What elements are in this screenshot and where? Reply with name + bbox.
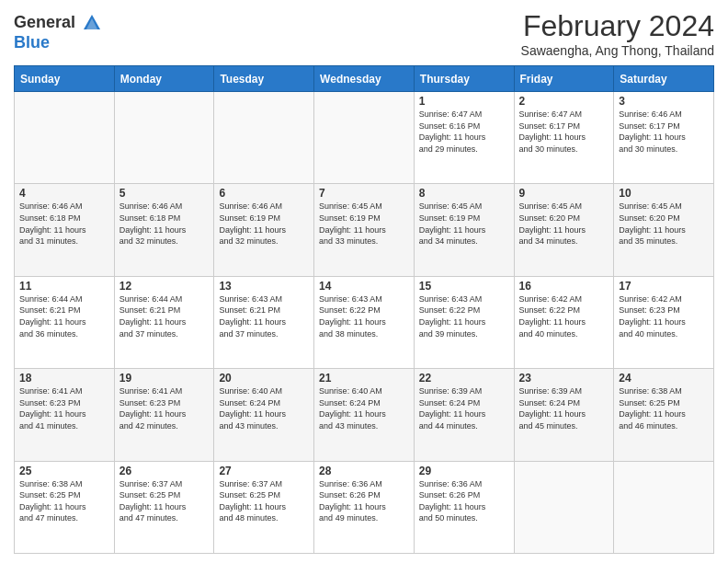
week-row-2: 4Sunrise: 6:46 AM Sunset: 6:18 PM Daylig…	[15, 184, 714, 276]
day-info: Sunrise: 6:45 AM Sunset: 6:19 PM Dayligh…	[419, 201, 509, 247]
page: General Blue February 2024 Sawaengha, An…	[0, 0, 728, 563]
logo-general: General	[14, 13, 75, 31]
day-info: Sunrise: 6:42 AM Sunset: 6:22 PM Dayligh…	[519, 293, 609, 339]
day-cell: 7Sunrise: 6:45 AM Sunset: 6:19 PM Daylig…	[314, 184, 415, 276]
day-cell	[114, 92, 214, 184]
day-info: Sunrise: 6:44 AM Sunset: 6:21 PM Dayligh…	[119, 293, 210, 339]
calendar-table: SundayMondayTuesdayWednesdayThursdayFrid…	[14, 65, 714, 554]
day-info: Sunrise: 6:37 AM Sunset: 6:25 PM Dayligh…	[119, 478, 210, 524]
day-cell: 13Sunrise: 6:43 AM Sunset: 6:21 PM Dayli…	[214, 276, 314, 368]
month-year: February 2024	[521, 9, 714, 43]
day-number: 27	[219, 465, 309, 477]
day-info: Sunrise: 6:36 AM Sunset: 6:26 PM Dayligh…	[419, 478, 509, 524]
day-cell: 26Sunrise: 6:37 AM Sunset: 6:25 PM Dayli…	[114, 461, 214, 553]
day-number: 16	[519, 280, 609, 293]
day-info: Sunrise: 6:45 AM Sunset: 6:19 PM Dayligh…	[319, 201, 409, 247]
day-info: Sunrise: 6:43 AM Sunset: 6:22 PM Dayligh…	[419, 293, 509, 339]
day-info: Sunrise: 6:36 AM Sunset: 6:26 PM Dayligh…	[319, 478, 409, 524]
weekday-header-monday: Monday	[114, 66, 214, 92]
day-number: 9	[519, 187, 609, 200]
day-cell: 25Sunrise: 6:38 AM Sunset: 6:25 PM Dayli…	[15, 461, 115, 553]
weekday-header-sunday: Sunday	[15, 66, 115, 92]
day-number: 25	[19, 465, 109, 477]
day-info: Sunrise: 6:39 AM Sunset: 6:24 PM Dayligh…	[419, 385, 509, 431]
day-cell: 20Sunrise: 6:40 AM Sunset: 6:24 PM Dayli…	[214, 369, 314, 461]
day-number: 21	[319, 372, 409, 385]
day-number: 18	[19, 372, 109, 385]
day-cell: 10Sunrise: 6:45 AM Sunset: 6:20 PM Dayli…	[614, 184, 714, 276]
day-info: Sunrise: 6:45 AM Sunset: 6:20 PM Dayligh…	[519, 201, 609, 247]
day-info: Sunrise: 6:38 AM Sunset: 6:25 PM Dayligh…	[619, 385, 709, 431]
day-info: Sunrise: 6:40 AM Sunset: 6:24 PM Dayligh…	[219, 385, 309, 431]
day-cell: 21Sunrise: 6:40 AM Sunset: 6:24 PM Dayli…	[314, 369, 415, 461]
day-number: 26	[119, 465, 210, 477]
day-number: 12	[119, 280, 210, 293]
day-cell: 11Sunrise: 6:44 AM Sunset: 6:21 PM Dayli…	[15, 276, 115, 368]
day-cell: 18Sunrise: 6:41 AM Sunset: 6:23 PM Dayli…	[15, 369, 115, 461]
day-number: 2	[519, 95, 609, 108]
weekday-header-friday: Friday	[514, 66, 614, 92]
day-cell: 9Sunrise: 6:45 AM Sunset: 6:20 PM Daylig…	[514, 184, 614, 276]
day-number: 17	[619, 280, 709, 293]
day-info: Sunrise: 6:46 AM Sunset: 6:18 PM Dayligh…	[19, 201, 109, 247]
day-cell: 28Sunrise: 6:36 AM Sunset: 6:26 PM Dayli…	[314, 461, 415, 553]
day-info: Sunrise: 6:46 AM Sunset: 6:19 PM Dayligh…	[219, 201, 309, 247]
week-row-4: 18Sunrise: 6:41 AM Sunset: 6:23 PM Dayli…	[15, 369, 714, 461]
day-info: Sunrise: 6:37 AM Sunset: 6:25 PM Dayligh…	[219, 478, 309, 524]
day-number: 8	[419, 187, 509, 200]
day-info: Sunrise: 6:46 AM Sunset: 6:17 PM Dayligh…	[619, 109, 709, 155]
day-cell: 2Sunrise: 6:47 AM Sunset: 6:17 PM Daylig…	[514, 92, 614, 184]
day-number: 15	[419, 280, 509, 293]
day-cell: 5Sunrise: 6:46 AM Sunset: 6:18 PM Daylig…	[114, 184, 214, 276]
day-cell: 4Sunrise: 6:46 AM Sunset: 6:18 PM Daylig…	[15, 184, 115, 276]
logo: General Blue	[14, 13, 102, 52]
day-cell: 3Sunrise: 6:46 AM Sunset: 6:17 PM Daylig…	[614, 92, 714, 184]
day-info: Sunrise: 6:46 AM Sunset: 6:18 PM Dayligh…	[119, 201, 210, 247]
day-number: 11	[19, 280, 109, 293]
header: General Blue February 2024 Sawaengha, An…	[14, 9, 714, 58]
day-info: Sunrise: 6:47 AM Sunset: 6:17 PM Dayligh…	[519, 109, 609, 155]
weekday-header-thursday: Thursday	[414, 66, 514, 92]
day-info: Sunrise: 6:41 AM Sunset: 6:23 PM Dayligh…	[119, 385, 210, 431]
location: Sawaengha, Ang Thong, Thailand	[521, 43, 714, 58]
day-number: 7	[319, 187, 409, 200]
day-cell: 29Sunrise: 6:36 AM Sunset: 6:26 PM Dayli…	[414, 461, 514, 553]
day-cell: 24Sunrise: 6:38 AM Sunset: 6:25 PM Dayli…	[614, 369, 714, 461]
day-cell: 14Sunrise: 6:43 AM Sunset: 6:22 PM Dayli…	[314, 276, 415, 368]
day-cell: 15Sunrise: 6:43 AM Sunset: 6:22 PM Dayli…	[414, 276, 514, 368]
title-block: February 2024 Sawaengha, Ang Thong, Thai…	[521, 9, 714, 58]
day-number: 24	[619, 372, 709, 385]
day-cell: 17Sunrise: 6:42 AM Sunset: 6:23 PM Dayli…	[614, 276, 714, 368]
day-cell	[314, 92, 415, 184]
day-cell	[614, 461, 714, 553]
day-number: 5	[119, 187, 210, 200]
day-number: 22	[419, 372, 509, 385]
day-number: 4	[19, 187, 109, 200]
day-number: 28	[319, 465, 409, 477]
day-cell: 6Sunrise: 6:46 AM Sunset: 6:19 PM Daylig…	[214, 184, 314, 276]
day-cell: 27Sunrise: 6:37 AM Sunset: 6:25 PM Dayli…	[214, 461, 314, 553]
weekday-header-tuesday: Tuesday	[214, 66, 314, 92]
day-info: Sunrise: 6:41 AM Sunset: 6:23 PM Dayligh…	[19, 385, 109, 431]
day-cell: 8Sunrise: 6:45 AM Sunset: 6:19 PM Daylig…	[414, 184, 514, 276]
day-cell	[514, 461, 614, 553]
day-number: 3	[619, 95, 709, 108]
logo-icon	[82, 13, 102, 33]
day-info: Sunrise: 6:40 AM Sunset: 6:24 PM Dayligh…	[319, 385, 409, 431]
week-row-3: 11Sunrise: 6:44 AM Sunset: 6:21 PM Dayli…	[15, 276, 714, 368]
day-cell: 23Sunrise: 6:39 AM Sunset: 6:24 PM Dayli…	[514, 369, 614, 461]
day-number: 13	[219, 280, 309, 293]
weekday-header-wednesday: Wednesday	[314, 66, 415, 92]
weekday-header-saturday: Saturday	[614, 66, 714, 92]
day-cell: 1Sunrise: 6:47 AM Sunset: 6:16 PM Daylig…	[414, 92, 514, 184]
day-cell: 22Sunrise: 6:39 AM Sunset: 6:24 PM Dayli…	[414, 369, 514, 461]
day-cell: 16Sunrise: 6:42 AM Sunset: 6:22 PM Dayli…	[514, 276, 614, 368]
day-number: 29	[419, 465, 509, 477]
day-cell	[214, 92, 314, 184]
day-number: 20	[219, 372, 309, 385]
day-info: Sunrise: 6:43 AM Sunset: 6:21 PM Dayligh…	[219, 293, 309, 339]
day-info: Sunrise: 6:39 AM Sunset: 6:24 PM Dayligh…	[519, 385, 609, 431]
day-number: 1	[419, 95, 509, 108]
day-info: Sunrise: 6:38 AM Sunset: 6:25 PM Dayligh…	[19, 478, 109, 524]
day-number: 14	[319, 280, 409, 293]
